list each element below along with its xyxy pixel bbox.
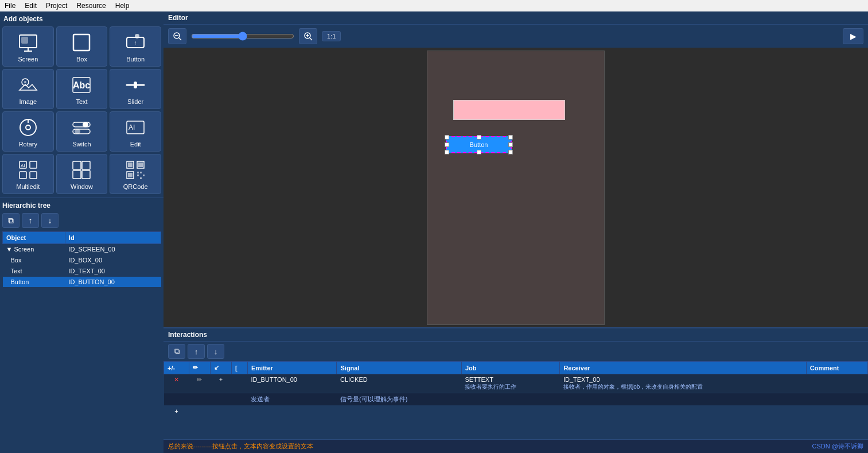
tree-row[interactable]: ButtonID_BUTTON_00 <box>3 277 161 288</box>
int-cell-delete[interactable]: ✕ <box>164 374 189 393</box>
int-emitter-hint: 发送者 <box>247 393 337 406</box>
object-box[interactable]: Box <box>56 26 108 67</box>
tree-cell-id: ID_BOX_00 <box>65 255 161 266</box>
menu-edit[interactable]: Edit <box>25 2 37 10</box>
svg-rect-4 <box>73 34 89 51</box>
zoom-in-button[interactable] <box>299 28 317 44</box>
hierarchic-tree-section: Hierarchic tree ⧉ ↑ ↓ Object Id ▼ Screen… <box>0 198 164 453</box>
handle-bm[interactable] <box>477 150 481 154</box>
interactions-body: ✕ ✏ + ID_BUTTON_00 CLICKED SETTEXT 接收者要执… <box>164 374 868 417</box>
tree-row[interactable]: BoxID_BOX_00 <box>3 255 161 266</box>
int-cell-receiver: ID_TEXT_00 接收者，作用的对象，根据job，来改变自身相关的配置 <box>560 374 806 393</box>
handle-tr[interactable] <box>508 135 513 140</box>
svg-rect-29 <box>73 161 81 169</box>
menu-project[interactable]: Project <box>46 2 67 10</box>
menu-help[interactable]: Help <box>115 2 130 10</box>
svg-rect-31 <box>73 171 81 179</box>
zoom-out-button[interactable] <box>168 28 186 44</box>
multiedit-label: Multiedit <box>16 183 40 190</box>
handle-bl[interactable] <box>445 150 449 154</box>
object-text[interactable]: Abc Text <box>56 69 108 109</box>
int-cell-bracket <box>231 374 247 393</box>
tree-cell-id: ID_BUTTON_00 <box>65 277 161 288</box>
tree-body: ▼ ScreenID_SCREEN_00BoxID_BOX_00TextID_T… <box>3 244 161 288</box>
int-header-comment: Comment <box>806 362 867 374</box>
int-header-job: Job <box>461 362 560 374</box>
handle-mr[interactable] <box>508 142 513 147</box>
handle-tm[interactable] <box>477 135 481 140</box>
editor-section: Editor 1:1 ▶ Button <box>164 11 868 327</box>
int-header-plusminus: +/- <box>164 362 189 374</box>
svg-rect-30 <box>82 161 90 169</box>
svg-rect-34 <box>128 162 133 167</box>
object-rotary[interactable]: Rotary <box>2 111 54 152</box>
handle-tl[interactable] <box>445 135 449 140</box>
object-switch[interactable]: Switch <box>56 111 108 152</box>
object-image[interactable]: Image <box>2 69 54 109</box>
svg-rect-28 <box>30 172 37 179</box>
object-window[interactable]: Window <box>56 154 108 194</box>
interactions-copy-btn[interactable]: ⧉ <box>168 344 185 359</box>
editor-header: Editor <box>164 11 868 25</box>
text-icon: Abc <box>70 73 93 96</box>
interactions-up-btn[interactable]: ↑ <box>188 344 205 359</box>
tree-down-btn[interactable]: ↓ <box>41 213 59 228</box>
tree-toolbar: ⧉ ↑ ↓ <box>2 213 161 228</box>
screen-canvas: Button <box>427 51 605 325</box>
int-header-edit: ✏ <box>189 362 210 374</box>
interactions-down-btn[interactable]: ↓ <box>207 344 224 359</box>
zoom-slider[interactable] <box>191 32 294 41</box>
object-slider[interactable]: Slider <box>110 69 161 109</box>
tree-table: Object Id ▼ ScreenID_SCREEN_00BoxID_BOX_… <box>2 231 161 288</box>
int-header-signal: Signal <box>337 362 461 374</box>
object-qrcode[interactable]: QRCode <box>110 154 161 194</box>
interactions-title: Interactions <box>168 331 207 339</box>
svg-point-9 <box>24 81 26 83</box>
int-job-hint: 接收者要执行的工作 <box>465 383 556 391</box>
tree-copy-btn[interactable]: ⧉ <box>2 213 20 228</box>
object-button[interactable]: ↑ Button <box>110 26 161 67</box>
svg-point-15 <box>26 125 30 130</box>
svg-rect-13 <box>134 82 137 88</box>
tree-up-btn[interactable]: ↑ <box>22 213 39 228</box>
slider-label: Slider <box>127 98 143 105</box>
int-add-btn[interactable]: + <box>164 406 189 417</box>
interactions-table-wrapper: +/- ✏ ↙ [ Emitter Signal Job Receiver Co… <box>164 361 868 439</box>
tree-row[interactable]: ▼ ScreenID_SCREEN_00 <box>3 244 161 255</box>
int-cell-edit[interactable]: ✏ <box>189 374 210 393</box>
canvas-pink-box[interactable] <box>453 100 565 120</box>
image-icon <box>17 73 40 96</box>
right-panel: Editor 1:1 ▶ Button <box>164 11 868 453</box>
svg-point-20 <box>75 129 80 134</box>
menu-resource[interactable]: Resource <box>76 2 106 10</box>
tree-header-object: Object <box>3 232 65 244</box>
object-edit[interactable]: AI Edit <box>110 111 161 152</box>
csdn-credit: CSDN @诗不诉卿 <box>812 442 863 451</box>
text-label: Text <box>76 98 87 105</box>
canvas-button-widget[interactable]: Button <box>446 136 512 153</box>
play-button[interactable]: ▶ <box>843 28 863 44</box>
multiedit-icon: AI <box>17 158 40 181</box>
svg-text:AI: AI <box>129 123 135 131</box>
zoom-label: 1:1 <box>322 31 341 41</box>
svg-rect-43 <box>143 175 145 176</box>
handle-ml[interactable] <box>445 142 449 147</box>
tree-row[interactable]: TextID_TEXT_00 <box>3 266 161 277</box>
int-receiver-hint: 接收者，作用的对象，根据job，来改变自身相关的配置 <box>563 383 803 391</box>
interaction-row-1: ✕ ✏ + ID_BUTTON_00 CLICKED SETTEXT 接收者要执… <box>164 374 868 393</box>
image-label: Image <box>20 98 37 105</box>
screen-label: Screen <box>18 56 38 63</box>
int-header-bracket: [ <box>231 362 247 374</box>
slider-icon <box>124 73 147 96</box>
screen-icon <box>17 31 40 54</box>
qrcode-icon <box>124 158 147 181</box>
int-cell-plus[interactable]: + <box>210 374 231 393</box>
rotary-icon <box>17 116 40 139</box>
tree-cell-id: ID_TEXT_00 <box>65 266 161 277</box>
object-multiedit[interactable]: AI Multiedit <box>2 154 54 194</box>
svg-rect-42 <box>140 177 142 179</box>
handle-br[interactable] <box>508 150 513 154</box>
object-screen[interactable]: Screen <box>2 26 54 67</box>
menu-file[interactable]: File <box>5 2 15 10</box>
svg-rect-27 <box>20 172 26 179</box>
